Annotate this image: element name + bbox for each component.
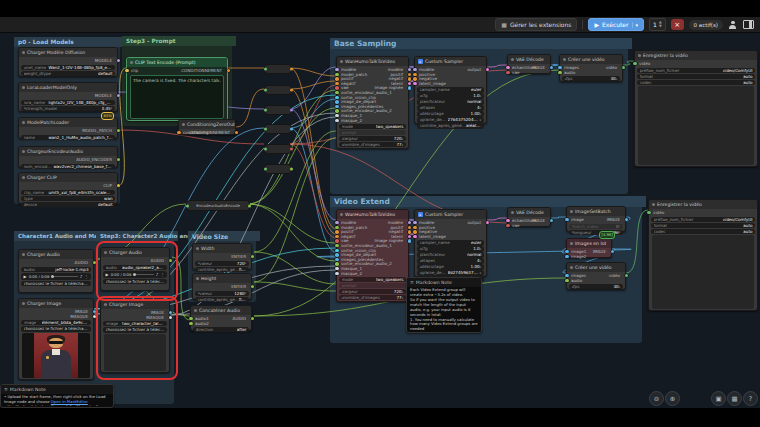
- stepper-right-icon[interactable]: ▸: [619, 224, 621, 228]
- collapse-dot-icon[interactable]: [511, 58, 514, 61]
- collapse-dot-icon[interactable]: [638, 54, 641, 57]
- width-widget-valeur[interactable]: ◂valeur720▸: [195, 261, 249, 266]
- collapse-dot-icon[interactable]: [182, 123, 185, 126]
- reroute-node[interactable]: [264, 164, 292, 174]
- stepper-right-icon[interactable]: ▸: [245, 291, 247, 295]
- output-slot-dot[interactable]: [408, 230, 411, 233]
- input-slot-dot[interactable]: [335, 239, 338, 242]
- input-slot-dot[interactable]: [335, 100, 338, 103]
- collapse-dot-icon[interactable]: [22, 253, 25, 256]
- input-slot-dot[interactable]: [413, 77, 416, 80]
- input-slot-dot[interactable]: [335, 258, 338, 261]
- stepper-right-icon[interactable]: ▸: [616, 77, 618, 81]
- concat-audio-widget-direction[interactable]: directionafter: [193, 327, 249, 332]
- node-header[interactable]: WanHumoTalkToVideo: [337, 57, 408, 66]
- node-header[interactable]: VAE Décode: [508, 55, 550, 64]
- input-slot-dot[interactable]: [506, 224, 509, 227]
- stepper-arrows-icon[interactable]: ▲▼: [659, 21, 662, 28]
- create-video-2-widget-fps[interactable]: ◂fps30▸: [569, 284, 623, 289]
- node-conditioning-zero-out[interactable]: ConditioningZeroOutconditioningCONDITION…: [178, 119, 236, 135]
- input-slot-dot[interactable]: [506, 71, 509, 74]
- input-slot-dot[interactable]: [506, 66, 509, 69]
- custom-sampler-2-widget-sampler_name[interactable]: sampler_nameeuler: [417, 240, 484, 245]
- save-video-2-widget-codec[interactable]: codecauto: [651, 229, 755, 234]
- collapse-dot-icon[interactable]: [563, 58, 566, 61]
- node-vae-decode[interactable]: VAE DécodeéchantillonsvaeIMAGE: [507, 54, 551, 74]
- group-header[interactable]: Step3 - Prompt: [122, 36, 236, 46]
- custom-sampler-widget-graine_de_bruit[interactable]: ◂graine_de_bruit276437520485746▸: [417, 117, 484, 122]
- node-save-video[interactable]: Enregistrer la vidéovidéopréfixe_nom_fic…: [634, 50, 758, 167]
- collapse-dot-icon[interactable]: [511, 211, 514, 214]
- node-header[interactable]: Height: [193, 274, 251, 283]
- node-header[interactable]: ▸Custom Sampler: [415, 57, 486, 66]
- input-slot-dot[interactable]: [413, 235, 416, 238]
- node-wan-humo-talk-to-video[interactable]: WanHumoTalkToVideomodèlemodel_patchposit…: [336, 56, 409, 149]
- input-slot-dot[interactable]: [335, 249, 338, 252]
- input-slot-dot[interactable]: [413, 73, 416, 76]
- collapse-dot-icon[interactable]: [196, 247, 199, 250]
- group-header[interactable]: Video Size: [188, 231, 260, 241]
- more-icon[interactable]: ⋮: [84, 274, 88, 279]
- stepper-right-icon[interactable]: ▸: [480, 118, 482, 122]
- input-slot-dot[interactable]: [125, 69, 128, 72]
- node-custom-sampler-2[interactable]: ▸Custom Samplermodèlepositivenegativelat…: [414, 209, 487, 277]
- node-header[interactable]: Charger Audio: [19, 250, 93, 259]
- custom-sampler-2-widget-graine_de_bruit[interactable]: ◂graine_de_bruit862745963724591▸: [417, 270, 484, 275]
- input-slot-dot[interactable]: [413, 68, 416, 71]
- node-wan-humo-talk-to-video-2[interactable]: WanHumoTalkToVideomodèlemodel_patchposit…: [336, 209, 409, 302]
- node-header[interactable]: WanHumoTalkToVideo: [337, 210, 408, 219]
- collapse-dot-icon[interactable]: [22, 121, 25, 124]
- zoom-out-button[interactable]: ⊖: [649, 391, 664, 406]
- custom-sampler-2-widget-cfg[interactable]: ◂cfg1.0▸: [417, 246, 484, 251]
- wan-humo-talk-to-video-2-widget-largeur[interactable]: ◂largeur720▸: [339, 289, 406, 294]
- custom-sampler-2-widget-débruitage[interactable]: ◂débruitage1.00▸: [417, 264, 484, 269]
- input-slot-dot[interactable]: [413, 230, 416, 233]
- stepper-right-icon[interactable]: ▸: [402, 290, 404, 294]
- node-markdown-note-extend[interactable]: ≡Markdown NoteEach Video Extend group wi…: [406, 277, 482, 333]
- input-slot-dot[interactable]: [335, 96, 338, 99]
- wan-humo-talk-to-video-2-widget-mode[interactable]: modetwo_speakers: [339, 277, 406, 282]
- input-slot-dot[interactable]: [264, 89, 267, 92]
- custom-sampler-widget-planificateur[interactable]: planificateurnormal: [417, 99, 484, 104]
- node-header[interactable]: VAE Décode: [508, 208, 550, 217]
- save-video-widget-préfixe_nom_fichier[interactable]: préfixe_nom_fichiervideo/ComfyUI: [637, 68, 755, 73]
- load-diffusion-model-widget-weight_dtype[interactable]: weight_dtypedefault: [21, 71, 115, 76]
- collapse-dot-icon[interactable]: [22, 150, 25, 153]
- node-image-batch[interactable]: Images en lotimage1image2IMAGE: [566, 238, 612, 258]
- collapse-dot-icon[interactable]: [130, 61, 133, 64]
- stepper-right-icon[interactable]: ▸: [480, 271, 482, 275]
- wan-humo-talk-to-video-2-widget-nombre_d'images[interactable]: ◂nombre_d'images77▸: [339, 295, 406, 300]
- load-clip-widget-clip_name[interactable]: clip_nameumt5_xxl_fp8_e4m3fn_scaled.safe…: [21, 190, 115, 195]
- reroute-node[interactable]: [264, 64, 292, 74]
- reroute-node[interactable]: [264, 144, 292, 154]
- input-slot-dot[interactable]: [189, 322, 192, 325]
- stepper-right-icon[interactable]: ▸: [480, 94, 482, 98]
- input-slot-dot[interactable]: [565, 218, 568, 221]
- node-header[interactable]: Enregistrer la vidéo: [649, 200, 757, 209]
- group-header[interactable]: Base Sampling: [330, 38, 632, 49]
- wan-humo-talk-to-video-widget-mode[interactable]: modetwo_speakers: [339, 124, 406, 129]
- wan-humo-talk-to-video-widget-prompt[interactable]: prompt: [339, 130, 406, 135]
- seek-knob[interactable]: [51, 275, 54, 278]
- stepper-right-icon[interactable]: ▸: [402, 296, 404, 300]
- custom-sampler-widget-débruitage[interactable]: ◂débruitage1.00▸: [417, 111, 484, 116]
- input-slot-dot[interactable]: [335, 235, 338, 238]
- group-header[interactable]: Step3: Character2 Audio and Mask: [96, 231, 178, 241]
- collapse-dot-icon[interactable]: [340, 60, 343, 63]
- output-slot-dot[interactable]: [290, 128, 293, 131]
- user-icon[interactable]: [728, 20, 738, 30]
- manage-extensions-button[interactable]: ▦ Gérer les extensions: [495, 18, 577, 31]
- input-slot-dot[interactable]: [335, 119, 338, 122]
- load-image-1-widget-image[interactable]: imageélément_b0da_4e9c_ac02_47d33.png: [21, 320, 91, 325]
- input-slot-dot[interactable]: [335, 226, 338, 229]
- custom-sampler-widget-cfg[interactable]: ◂cfg1.0▸: [417, 93, 484, 98]
- input-slot-dot[interactable]: [335, 221, 338, 224]
- stepper-right-icon[interactable]: ▸: [480, 247, 482, 251]
- node-load-image-1[interactable]: Charger ImageIMAGEMASQUEimageélément_b0d…: [18, 298, 94, 380]
- load-clip-widget-type[interactable]: typewan: [21, 196, 115, 201]
- play-icon[interactable]: ▶: [24, 274, 27, 279]
- input-slot-dot[interactable]: [335, 109, 338, 112]
- save-video-2-widget-préfixe_nom_fichier[interactable]: préfixe_nom_fichiervideo/ComfyUI: [651, 217, 755, 222]
- input-slot-dot[interactable]: [264, 168, 267, 171]
- wan-humo-talk-to-video-widget-nombre_d'images[interactable]: ◂nombre_d'images77▸: [339, 142, 406, 147]
